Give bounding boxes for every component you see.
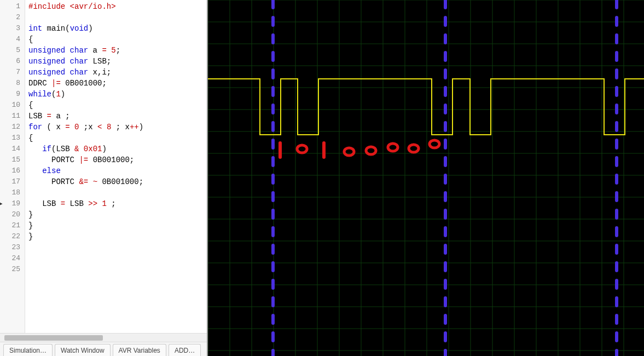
line-number: 4 [0,34,25,45]
line-number: 22 [0,231,25,242]
code-line[interactable] [28,187,207,198]
code-line[interactable] [28,12,207,23]
line-number: 7 [0,67,25,78]
code-editor-pane: ▶ 12345678910111213141516171819202122232… [0,0,207,356]
bottom-tab[interactable]: AVR Variables [113,344,166,356]
code-line[interactable]: #include <avr/io.h> [28,1,207,12]
code-line[interactable]: if(LSB & 0x01) [28,143,207,154]
code-line[interactable]: DDRC |= 0B001000; [28,78,207,89]
line-number: 1 [0,1,25,12]
code-line[interactable]: else [28,165,207,176]
code-text[interactable]: #include <avr/io.h>int main(void){unsign… [25,0,207,333]
code-line[interactable]: } [28,220,207,231]
code-line[interactable] [28,242,207,253]
line-number: 11 [0,111,25,122]
bottom-tab[interactable]: ADD… [169,344,201,356]
line-number: 2 [0,12,25,23]
line-number: 12 [0,122,25,133]
line-number: 16 [0,165,25,176]
line-number: 15 [0,154,25,165]
code-line[interactable]: PORTC &= ~ 0B001000; [28,176,207,187]
code-area[interactable]: 1234567891011121314151617181920212223242… [0,0,207,333]
code-line[interactable]: PORTC |= 0B001000; [28,154,207,165]
current-line-arrow-icon: ▶ [0,200,3,207]
line-number: 25 [0,264,25,275]
line-number: 10 [0,100,25,111]
code-line[interactable]: while(1) [28,89,207,100]
code-line[interactable]: unsigned char x,i; [28,67,207,78]
code-line[interactable]: unsigned char LSB; [28,56,207,67]
code-line[interactable]: LSB = a ; [28,111,207,122]
line-number: 5 [0,45,25,56]
code-line[interactable]: { [28,34,207,45]
code-line[interactable]: { [28,100,207,111]
code-line[interactable] [28,253,207,264]
line-number: 6 [0,56,25,67]
code-line[interactable]: } [28,231,207,242]
oscilloscope-pane[interactable] [207,0,644,356]
code-line[interactable] [28,264,207,275]
line-number: 20 [0,209,25,220]
line-number: 8 [0,78,25,89]
line-number: 18 [0,187,25,198]
scrollbar-thumb[interactable] [4,335,103,341]
code-line[interactable]: { [28,133,207,143]
code-line[interactable]: } [28,209,207,220]
line-number-gutter: 1234567891011121314151617181920212223242… [0,0,25,333]
oscilloscope-display [208,0,644,356]
line-number: 17 [0,176,25,187]
bottom-tab[interactable]: Simulation… [3,344,53,356]
line-number: 24 [0,253,25,264]
line-number: 21 [0,220,25,231]
line-number: 3 [0,23,25,34]
line-number: 19 [0,198,25,209]
horizontal-scrollbar[interactable] [0,333,207,342]
code-line[interactable]: LSB = LSB >> 1 ; [28,198,207,209]
line-number: 9 [0,89,25,100]
line-number: 13 [0,133,25,143]
bottom-tab[interactable]: Watch Window [55,344,111,356]
code-line[interactable]: int main(void) [28,23,207,34]
bottom-tab-bar: Simulation…Watch WindowAVR VariablesADD… [0,342,207,356]
line-number: 23 [0,242,25,253]
line-number: 14 [0,143,25,154]
code-line[interactable]: for ( x = 0 ;x < 8 ; x++) [28,122,207,133]
code-line[interactable]: unsigned char a = 5; [28,45,207,56]
